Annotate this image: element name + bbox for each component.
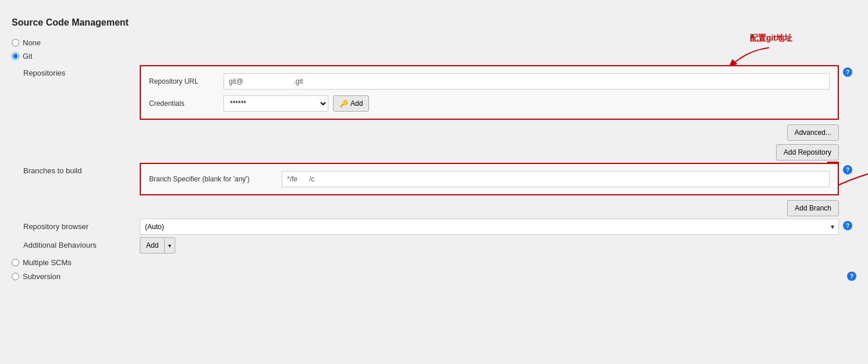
repo-browser-row: Repository browser (Auto) ?: [23, 219, 856, 235]
branches-help-icon[interactable]: ?: [843, 165, 852, 174]
repo-browser-select[interactable]: (Auto): [140, 219, 839, 235]
repo-browser-label: Repository browser: [23, 219, 140, 231]
multiple-scms-label[interactable]: Multiple SCMs: [23, 258, 72, 267]
page-title: Source Code Management: [12, 17, 856, 28]
branch-specifier-label: Branch Specifier (blank for 'any'): [149, 175, 277, 183]
add-behaviour-button[interactable]: Add: [140, 237, 164, 254]
repositories-help-icon[interactable]: ?: [843, 67, 852, 77]
branches-content: × 配置branch分支 Branch S: [140, 163, 839, 216]
add-credentials-label: Add: [350, 99, 363, 108]
branches-help-col: ?: [839, 163, 856, 174]
additional-behaviours-row: Additional Behaviours Add ▾: [23, 237, 856, 254]
git-label[interactable]: Git: [23, 52, 33, 60]
branch-action-buttons: Add Branch: [140, 200, 839, 216]
credentials-row: Credentials ****** 🔑 Add: [149, 95, 830, 112]
additional-behaviours-content: Add ▾: [140, 237, 856, 254]
repo-browser-content: (Auto): [140, 219, 839, 235]
none-radio-group: None: [12, 38, 856, 47]
repos-help-col: ?: [839, 65, 856, 77]
branches-row: Branches to build × 配置branch分支: [23, 163, 856, 216]
branch-specifier-row: Branch Specifier (blank for 'any'): [149, 171, 830, 187]
repositories-content: 配置git地址 Repository URL: [140, 65, 839, 160]
multiple-scms-radio[interactable]: [12, 259, 19, 266]
repo-browser-help-col: ?: [839, 219, 856, 230]
branch-box: Branch Specifier (blank for 'any'): [140, 163, 839, 195]
repo-url-input[interactable]: [224, 73, 830, 90]
subversion-radio[interactable]: [12, 273, 19, 280]
add-branch-button[interactable]: Add Branch: [787, 200, 839, 216]
key-icon: 🔑: [339, 99, 348, 108]
repo-url-label: Repository URL: [149, 77, 219, 85]
none-radio[interactable]: [12, 39, 19, 47]
repositories-row: Repositories 配置git地址: [23, 65, 856, 160]
add-repository-button[interactable]: Add Repository: [776, 144, 839, 160]
git-radio[interactable]: [12, 52, 19, 60]
subversion-radio-group: Subversion ?: [12, 272, 856, 281]
repo-action-buttons: Advanced... Add Repository: [140, 124, 839, 160]
subversion-label[interactable]: Subversion: [23, 272, 61, 281]
repo-box: Repository URL Credentials ****** 🔑 Add: [140, 65, 839, 120]
git-config-area: Repositories 配置git地址: [23, 65, 856, 254]
advanced-button[interactable]: Advanced...: [787, 124, 839, 141]
none-label[interactable]: None: [23, 38, 41, 47]
repositories-label: Repositories: [23, 65, 140, 77]
branch-specifier-input[interactable]: [282, 171, 830, 187]
repo-url-row: Repository URL: [149, 73, 830, 90]
scm-section: Source Code Management None Git Reposito…: [12, 12, 856, 291]
add-behaviour-btn-group: Add ▾: [140, 237, 856, 254]
repo-browser-select-wrapper: (Auto): [140, 219, 839, 235]
add-behaviour-dropdown-arrow[interactable]: ▾: [164, 237, 175, 254]
additional-behaviours-label: Additional Behaviours: [23, 237, 140, 249]
subversion-help-icon[interactable]: ?: [847, 272, 856, 281]
branches-label: Branches to build: [23, 163, 140, 175]
git-radio-group: Git: [12, 52, 856, 60]
credentials-select[interactable]: ******: [224, 95, 328, 112]
repo-browser-help-icon[interactable]: ?: [843, 221, 852, 230]
multiple-scms-radio-group: Multiple SCMs: [12, 258, 856, 267]
credentials-label: Credentials: [149, 99, 219, 108]
add-credentials-button[interactable]: 🔑 Add: [333, 95, 369, 112]
